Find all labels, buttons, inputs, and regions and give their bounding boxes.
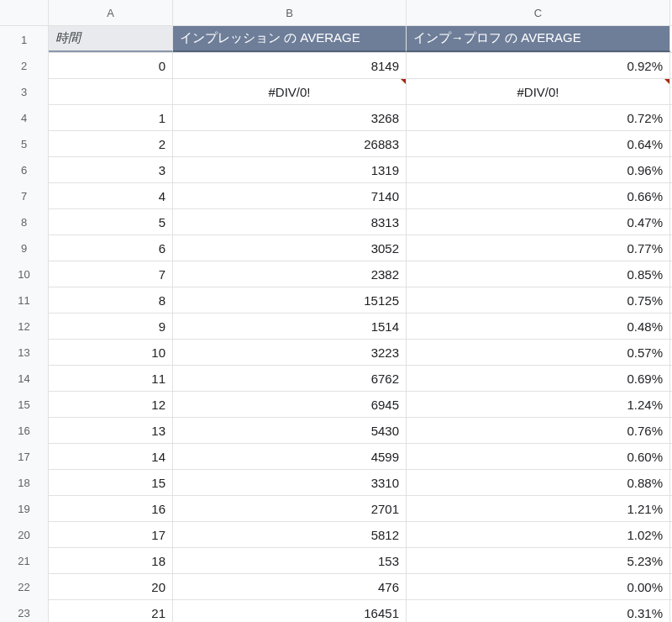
cell-imp-to-prof[interactable]: 1.02%: [407, 522, 670, 547]
row-header[interactable]: 9: [0, 235, 49, 261]
cell-impressions[interactable]: 15125: [173, 287, 407, 313]
cell-time[interactable]: 10: [49, 340, 173, 365]
cell-impressions[interactable]: 1319: [173, 157, 407, 182]
cell-impressions[interactable]: 3310: [173, 470, 407, 495]
cell-imp-to-prof[interactable]: 0.92%: [407, 53, 670, 78]
cell-impressions[interactable]: #DIV/0!: [173, 79, 407, 104]
column-header-a[interactable]: A: [49, 0, 173, 25]
cell-imp-to-prof[interactable]: 0.64%: [407, 131, 670, 156]
row-header[interactable]: 10: [0, 261, 49, 287]
cell-impressions[interactable]: 153: [173, 548, 407, 573]
row-header[interactable]: 22: [0, 574, 49, 600]
cell-time[interactable]: 5: [49, 209, 173, 235]
cell-imp-to-prof[interactable]: 0.85%: [407, 261, 670, 287]
cell-imp-to-prof[interactable]: 1.24%: [407, 392, 670, 417]
row-header[interactable]: 17: [0, 444, 49, 470]
cell-imp-to-prof[interactable]: 0.57%: [407, 340, 670, 365]
cell-time[interactable]: 8: [49, 287, 173, 313]
cell-imp-to-prof[interactable]: 0.72%: [407, 105, 670, 130]
table-row: 2081490.92%: [0, 53, 672, 79]
cell-impressions[interactable]: 7140: [173, 183, 407, 208]
cell-impressions[interactable]: 26883: [173, 131, 407, 156]
select-all-corner[interactable]: [0, 0, 49, 25]
row-header[interactable]: 13: [0, 340, 49, 366]
row-header[interactable]: 11: [0, 287, 49, 314]
row-header[interactable]: 3: [0, 79, 49, 105]
cell-time[interactable]: 14: [49, 444, 173, 469]
row-header[interactable]: 12: [0, 314, 49, 340]
row-header[interactable]: 15: [0, 392, 49, 418]
cell-imp-to-prof[interactable]: 0.76%: [407, 418, 670, 443]
cell-time[interactable]: 2: [49, 131, 173, 156]
cell-imp-to-prof[interactable]: 0.48%: [407, 314, 670, 339]
cell-time[interactable]: 20: [49, 574, 173, 599]
cell-time[interactable]: 17: [49, 522, 173, 547]
row-header[interactable]: 6: [0, 157, 49, 183]
row-header[interactable]: 1: [0, 26, 49, 53]
cell-imp-to-prof[interactable]: 0.88%: [407, 470, 670, 495]
header-cell-time[interactable]: 時間: [49, 26, 173, 52]
cell-time[interactable]: [49, 79, 173, 104]
cell-time[interactable]: 16: [49, 496, 173, 521]
row-header[interactable]: 16: [0, 418, 49, 444]
cell-time[interactable]: 9: [49, 314, 173, 339]
cell-imp-to-prof[interactable]: 0.66%: [407, 183, 670, 208]
cell-imp-to-prof[interactable]: 0.69%: [407, 366, 670, 391]
column-header-c[interactable]: C: [407, 0, 670, 25]
spreadsheet-grid[interactable]: A B C 1 時間 インプレッション の AVERAGE インプ→プロフ の …: [0, 0, 672, 622]
cell-imp-to-prof[interactable]: #DIV/0!: [407, 79, 670, 104]
column-header-b[interactable]: B: [173, 0, 407, 25]
cell-impressions[interactable]: 1514: [173, 314, 407, 339]
cell-time[interactable]: 6: [49, 235, 173, 261]
row-header[interactable]: 8: [0, 209, 49, 235]
table-row: 4132680.72%: [0, 105, 672, 131]
cell-imp-to-prof[interactable]: 0.47%: [407, 209, 670, 235]
cell-imp-to-prof[interactable]: 0.00%: [407, 574, 670, 599]
cell-time[interactable]: 7: [49, 261, 173, 287]
cell-imp-to-prof[interactable]: 1.21%: [407, 496, 670, 521]
cell-impressions[interactable]: 8149: [173, 53, 407, 78]
cell-impressions[interactable]: 6945: [173, 392, 407, 417]
cell-impressions[interactable]: 5812: [173, 522, 407, 547]
cell-impressions[interactable]: 6762: [173, 366, 407, 391]
row-header[interactable]: 5: [0, 131, 49, 157]
header-cell-imp-to-prof[interactable]: インプ→プロフ の AVERAGE: [407, 26, 670, 52]
cell-time[interactable]: 3: [49, 157, 173, 182]
cell-time[interactable]: 18: [49, 548, 173, 573]
table-row: 161354300.76%: [0, 418, 672, 444]
cell-imp-to-prof[interactable]: 0.96%: [407, 157, 670, 182]
cell-impressions[interactable]: 476: [173, 574, 407, 599]
header-cell-impressions[interactable]: インプレッション の AVERAGE: [173, 26, 407, 52]
cell-time[interactable]: 21: [49, 600, 173, 622]
row-header[interactable]: 14: [0, 366, 49, 392]
row-header[interactable]: 4: [0, 105, 49, 131]
cell-impressions[interactable]: 16451: [173, 600, 407, 622]
row-header[interactable]: 20: [0, 522, 49, 548]
row-header[interactable]: 2: [0, 53, 49, 79]
cell-impressions[interactable]: 8313: [173, 209, 407, 235]
cell-impressions[interactable]: 3268: [173, 105, 407, 130]
cell-imp-to-prof[interactable]: 5.23%: [407, 548, 670, 573]
cell-time[interactable]: 1: [49, 105, 173, 130]
cell-imp-to-prof[interactable]: 0.77%: [407, 235, 670, 261]
cell-imp-to-prof[interactable]: 0.60%: [407, 444, 670, 469]
row-header[interactable]: 21: [0, 548, 49, 574]
cell-time[interactable]: 4: [49, 183, 173, 208]
cell-impressions[interactable]: 2382: [173, 261, 407, 287]
cell-impressions[interactable]: 3052: [173, 235, 407, 261]
cell-impressions[interactable]: 3223: [173, 340, 407, 365]
cell-time[interactable]: 13: [49, 418, 173, 443]
cell-impressions[interactable]: 2701: [173, 496, 407, 521]
cell-time[interactable]: 11: [49, 366, 173, 391]
row-header[interactable]: 23: [0, 600, 49, 622]
cell-impressions[interactable]: 4599: [173, 444, 407, 469]
cell-impressions[interactable]: 5430: [173, 418, 407, 443]
cell-time[interactable]: 15: [49, 470, 173, 495]
cell-imp-to-prof[interactable]: 0.31%: [407, 600, 670, 622]
row-header[interactable]: 18: [0, 470, 49, 496]
row-header[interactable]: 7: [0, 183, 49, 209]
cell-time[interactable]: 12: [49, 392, 173, 417]
row-header[interactable]: 19: [0, 496, 49, 522]
cell-time[interactable]: 0: [49, 53, 173, 78]
cell-imp-to-prof[interactable]: 0.75%: [407, 287, 670, 313]
